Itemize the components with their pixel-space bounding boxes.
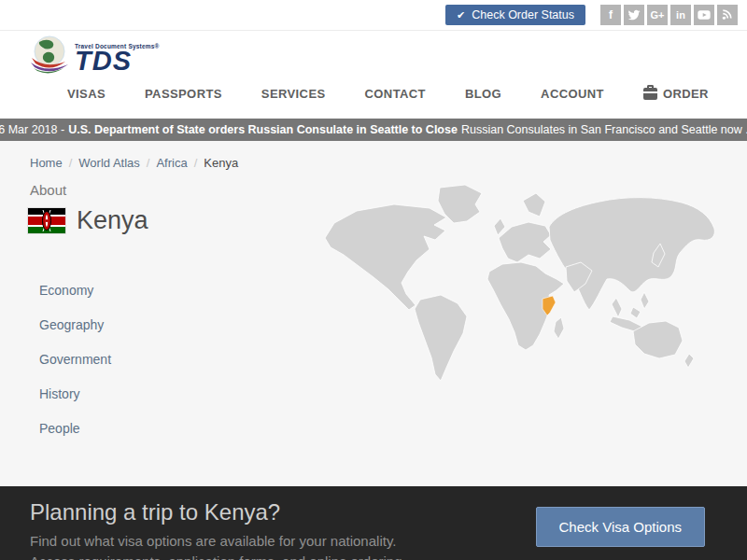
about-label: About — [30, 182, 66, 198]
section-link-geography[interactable]: Geography — [39, 317, 111, 332]
section-link-history[interactable]: History — [39, 386, 111, 401]
news-date: 26 Mar 2018 - — [0, 123, 64, 136]
world-map — [316, 180, 741, 400]
top-bar: ✔ Check Order Status f G+ in — [0, 0, 747, 31]
section-links: Economy Geography Government History Peo… — [39, 283, 111, 436]
briefcase-icon — [643, 88, 657, 100]
breadcrumb-separator: / — [147, 156, 150, 170]
kenya-flag-icon — [28, 208, 65, 233]
section-link-people[interactable]: People — [39, 421, 111, 436]
nav-item-visas[interactable]: VISAS — [67, 87, 106, 101]
social-links: f G+ in — [600, 5, 738, 25]
check-order-status-label: Check Order Status — [472, 8, 574, 21]
nav-item-contact[interactable]: CONTACT — [365, 87, 426, 101]
map-europe — [499, 222, 551, 262]
map-scandinavia — [523, 193, 545, 217]
country-header: Kenya — [28, 206, 148, 235]
map-new-zealand — [684, 354, 694, 368]
page: ✔ Check Order Status f G+ in — [0, 0, 747, 560]
breadcrumb: Home/World Atlas/Africa/Kenya — [30, 156, 238, 170]
breadcrumb-africa[interactable]: Africa — [156, 156, 187, 170]
linkedin-icon[interactable]: in — [670, 5, 691, 25]
google-plus-icon[interactable]: G+ — [647, 5, 668, 25]
map-north-america — [325, 204, 446, 310]
globe-logo-icon — [28, 34, 71, 75]
map-asia — [549, 198, 714, 310]
section-link-government[interactable]: Government — [39, 352, 111, 367]
check-order-status-button[interactable]: ✔ Check Order Status — [445, 5, 585, 25]
check-visa-options-button[interactable]: Check Visa Options — [536, 507, 705, 547]
breadcrumb-current: Kenya — [204, 156, 238, 170]
breadcrumb-world-atlas[interactable]: World Atlas — [78, 156, 140, 170]
map-philippines — [641, 292, 649, 309]
map-borneo — [630, 307, 641, 318]
tds-logo[interactable]: Travel Document Systems® TDS — [28, 34, 160, 75]
breadcrumb-separator: / — [194, 156, 198, 170]
nav-item-blog[interactable]: BLOG — [465, 87, 501, 101]
footer-title: Planning a trip to Kenya? — [30, 499, 280, 525]
news-teaser: Russian Consulates in San Francisco and … — [461, 123, 747, 136]
map-madagascar — [554, 317, 564, 339]
main-content: Home/World Atlas/Africa/Kenya About Keny… — [0, 141, 747, 486]
nav-item-passports[interactable]: PASSPORTS — [145, 87, 222, 101]
footer-line2: Access requirements, application forms, … — [30, 553, 406, 560]
page-title: Kenya — [77, 206, 148, 235]
section-link-economy[interactable]: Economy — [39, 283, 111, 298]
breadcrumb-separator: / — [69, 156, 73, 170]
map-south-america — [415, 295, 467, 381]
facebook-icon[interactable]: f — [600, 5, 621, 25]
footer-cta: Planning a trip to Kenya? Find out what … — [0, 486, 747, 560]
news-headline: U.S. Department of State orders Russian … — [68, 123, 458, 136]
header: Travel Document Systems® TDS — [0, 31, 747, 77]
map-uk — [494, 218, 505, 235]
nav-item-order[interactable]: ORDER — [643, 87, 709, 101]
nav-item-account[interactable]: ACCOUNT — [541, 87, 604, 101]
footer-line1: Find out what visa options are available… — [30, 533, 396, 549]
breadcrumb-home[interactable]: Home — [30, 156, 63, 170]
nav-item-services[interactable]: SERVICES — [261, 87, 326, 101]
news-ticker[interactable]: 26 Mar 2018 - U.S. Department of State o… — [0, 119, 747, 141]
check-icon: ✔ — [457, 9, 465, 21]
map-malay — [612, 298, 622, 317]
youtube-icon[interactable] — [694, 5, 714, 25]
logo-brand: TDS — [75, 49, 160, 73]
main-nav: VISAS PASSPORTS SERVICES CONTACT BLOG AC… — [0, 77, 747, 110]
twitter-icon[interactable] — [624, 5, 644, 25]
rss-icon[interactable] — [717, 5, 738, 25]
